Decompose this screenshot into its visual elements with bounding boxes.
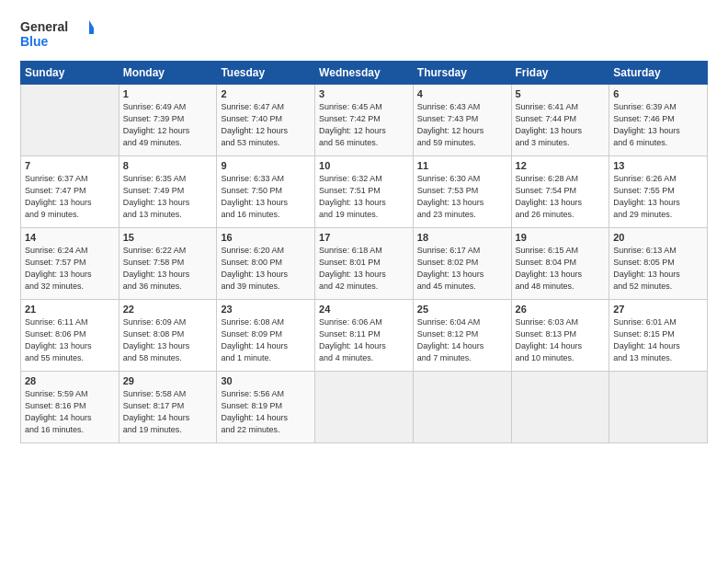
cell-5-1: 28Sunrise: 5:59 AM Sunset: 8:16 PM Dayli… bbox=[21, 372, 119, 443]
day-number: 19 bbox=[516, 232, 606, 243]
cell-text: Sunrise: 6:20 AM Sunset: 8:00 PM Dayligh… bbox=[221, 245, 311, 293]
day-number: 26 bbox=[516, 304, 606, 315]
cell-4-1: 21Sunrise: 6:11 AM Sunset: 8:06 PM Dayli… bbox=[21, 300, 119, 372]
cell-1-1 bbox=[21, 85, 119, 156]
cell-2-5: 11Sunrise: 6:30 AM Sunset: 7:53 PM Dayli… bbox=[413, 156, 511, 228]
week-row-3: 14Sunrise: 6:24 AM Sunset: 7:57 PM Dayli… bbox=[21, 228, 708, 300]
cell-text: Sunrise: 6:24 AM Sunset: 7:57 PM Dayligh… bbox=[25, 245, 115, 293]
cell-2-3: 9Sunrise: 6:33 AM Sunset: 7:50 PM Daylig… bbox=[217, 156, 315, 228]
cell-text: Sunrise: 6:04 AM Sunset: 8:12 PM Dayligh… bbox=[417, 316, 507, 364]
day-number: 9 bbox=[221, 160, 311, 171]
cell-text: Sunrise: 6:01 AM Sunset: 8:15 PM Dayligh… bbox=[613, 316, 703, 364]
cell-3-1: 14Sunrise: 6:24 AM Sunset: 7:57 PM Dayli… bbox=[21, 228, 119, 300]
cell-text: Sunrise: 6:41 AM Sunset: 7:44 PM Dayligh… bbox=[516, 101, 606, 149]
col-header-sunday: Sunday bbox=[21, 62, 119, 85]
week-row-2: 7Sunrise: 6:37 AM Sunset: 7:47 PM Daylig… bbox=[21, 156, 708, 228]
cell-text: Sunrise: 6:49 AM Sunset: 7:39 PM Dayligh… bbox=[123, 101, 213, 149]
day-number: 21 bbox=[25, 304, 115, 315]
calendar-table: SundayMondayTuesdayWednesdayThursdayFrid… bbox=[20, 61, 708, 443]
cell-4-4: 24Sunrise: 6:06 AM Sunset: 8:11 PM Dayli… bbox=[315, 300, 414, 372]
cell-3-2: 15Sunrise: 6:22 AM Sunset: 7:58 PM Dayli… bbox=[119, 228, 217, 300]
day-number: 10 bbox=[319, 160, 409, 171]
cell-text: Sunrise: 6:30 AM Sunset: 7:53 PM Dayligh… bbox=[417, 173, 507, 221]
svg-text:Blue: Blue bbox=[20, 34, 49, 49]
day-number: 17 bbox=[319, 232, 409, 243]
header: General Blue bbox=[20, 17, 708, 52]
cell-text: Sunrise: 5:59 AM Sunset: 8:16 PM Dayligh… bbox=[25, 388, 115, 436]
day-number: 18 bbox=[417, 232, 507, 243]
col-header-saturday: Saturday bbox=[609, 62, 708, 85]
logo-icon: General Blue bbox=[20, 17, 94, 52]
day-number: 4 bbox=[417, 88, 507, 99]
day-number: 3 bbox=[319, 88, 409, 99]
cell-1-5: 4Sunrise: 6:43 AM Sunset: 7:43 PM Daylig… bbox=[413, 85, 511, 156]
cell-2-2: 8Sunrise: 6:35 AM Sunset: 7:49 PM Daylig… bbox=[119, 156, 217, 228]
cell-3-5: 18Sunrise: 6:17 AM Sunset: 8:02 PM Dayli… bbox=[413, 228, 511, 300]
cell-text: Sunrise: 6:37 AM Sunset: 7:47 PM Dayligh… bbox=[25, 173, 115, 221]
svg-text:General: General bbox=[20, 19, 68, 34]
col-header-tuesday: Tuesday bbox=[217, 62, 315, 85]
cell-text: Sunrise: 5:56 AM Sunset: 8:19 PM Dayligh… bbox=[221, 388, 311, 436]
cell-1-4: 3Sunrise: 6:45 AM Sunset: 7:42 PM Daylig… bbox=[315, 85, 414, 156]
cell-5-3: 30Sunrise: 5:56 AM Sunset: 8:19 PM Dayli… bbox=[217, 372, 315, 443]
cell-text: Sunrise: 6:03 AM Sunset: 8:13 PM Dayligh… bbox=[516, 316, 606, 364]
cell-5-5 bbox=[413, 372, 511, 443]
cell-5-6 bbox=[511, 372, 609, 443]
cell-text: Sunrise: 6:22 AM Sunset: 7:58 PM Dayligh… bbox=[123, 245, 213, 293]
week-row-4: 21Sunrise: 6:11 AM Sunset: 8:06 PM Dayli… bbox=[21, 300, 708, 372]
cell-4-3: 23Sunrise: 6:08 AM Sunset: 8:09 PM Dayli… bbox=[217, 300, 315, 372]
col-header-wednesday: Wednesday bbox=[315, 62, 414, 85]
page: General Blue SundayMondayTuesdayWednesda… bbox=[0, 0, 728, 563]
cell-1-6: 5Sunrise: 6:41 AM Sunset: 7:44 PM Daylig… bbox=[511, 85, 609, 156]
day-number: 24 bbox=[319, 304, 409, 315]
cell-4-7: 27Sunrise: 6:01 AM Sunset: 8:15 PM Dayli… bbox=[609, 300, 708, 372]
cell-text: Sunrise: 6:47 AM Sunset: 7:40 PM Dayligh… bbox=[221, 101, 311, 149]
cell-2-7: 13Sunrise: 6:26 AM Sunset: 7:55 PM Dayli… bbox=[609, 156, 708, 228]
cell-text: Sunrise: 6:28 AM Sunset: 7:54 PM Dayligh… bbox=[516, 173, 606, 221]
header-row: SundayMondayTuesdayWednesdayThursdayFrid… bbox=[21, 62, 708, 85]
cell-2-4: 10Sunrise: 6:32 AM Sunset: 7:51 PM Dayli… bbox=[315, 156, 414, 228]
col-header-friday: Friday bbox=[511, 62, 609, 85]
week-row-5: 28Sunrise: 5:59 AM Sunset: 8:16 PM Dayli… bbox=[21, 372, 708, 443]
day-number: 5 bbox=[516, 88, 606, 99]
day-number: 22 bbox=[123, 304, 213, 315]
day-number: 16 bbox=[221, 232, 311, 243]
cell-text: Sunrise: 6:18 AM Sunset: 8:01 PM Dayligh… bbox=[319, 245, 409, 293]
day-number: 23 bbox=[221, 304, 311, 315]
day-number: 27 bbox=[613, 304, 703, 315]
day-number: 25 bbox=[417, 304, 507, 315]
day-number: 7 bbox=[25, 160, 115, 171]
day-number: 11 bbox=[417, 160, 507, 171]
cell-3-7: 20Sunrise: 6:13 AM Sunset: 8:05 PM Dayli… bbox=[609, 228, 708, 300]
day-number: 14 bbox=[25, 232, 115, 243]
cell-1-3: 2Sunrise: 6:47 AM Sunset: 7:40 PM Daylig… bbox=[217, 85, 315, 156]
week-row-1: 1Sunrise: 6:49 AM Sunset: 7:39 PM Daylig… bbox=[21, 85, 708, 156]
cell-text: Sunrise: 6:15 AM Sunset: 8:04 PM Dayligh… bbox=[516, 245, 606, 293]
cell-5-2: 29Sunrise: 5:58 AM Sunset: 8:17 PM Dayli… bbox=[119, 372, 217, 443]
col-header-monday: Monday bbox=[119, 62, 217, 85]
cell-text: Sunrise: 6:13 AM Sunset: 8:05 PM Dayligh… bbox=[613, 245, 703, 293]
cell-text: Sunrise: 6:45 AM Sunset: 7:42 PM Dayligh… bbox=[319, 101, 409, 149]
cell-text: Sunrise: 6:35 AM Sunset: 7:49 PM Dayligh… bbox=[123, 173, 213, 221]
cell-1-2: 1Sunrise: 6:49 AM Sunset: 7:39 PM Daylig… bbox=[119, 85, 217, 156]
cell-5-4 bbox=[315, 372, 414, 443]
col-header-thursday: Thursday bbox=[413, 62, 511, 85]
day-number: 8 bbox=[123, 160, 213, 171]
cell-text: Sunrise: 6:08 AM Sunset: 8:09 PM Dayligh… bbox=[221, 316, 311, 364]
svg-marker-2 bbox=[89, 20, 94, 34]
day-number: 1 bbox=[123, 88, 213, 99]
cell-4-5: 25Sunrise: 6:04 AM Sunset: 8:12 PM Dayli… bbox=[413, 300, 511, 372]
cell-1-7: 6Sunrise: 6:39 AM Sunset: 7:46 PM Daylig… bbox=[609, 85, 708, 156]
cell-text: Sunrise: 6:32 AM Sunset: 7:51 PM Dayligh… bbox=[319, 173, 409, 221]
day-number: 6 bbox=[613, 88, 703, 99]
cell-3-3: 16Sunrise: 6:20 AM Sunset: 8:00 PM Dayli… bbox=[217, 228, 315, 300]
logo: General Blue bbox=[20, 17, 94, 52]
cell-3-6: 19Sunrise: 6:15 AM Sunset: 8:04 PM Dayli… bbox=[511, 228, 609, 300]
cell-text: Sunrise: 6:26 AM Sunset: 7:55 PM Dayligh… bbox=[613, 173, 703, 221]
day-number: 28 bbox=[25, 375, 115, 386]
day-number: 29 bbox=[123, 375, 213, 386]
day-number: 15 bbox=[123, 232, 213, 243]
day-number: 13 bbox=[613, 160, 703, 171]
day-number: 30 bbox=[221, 375, 311, 386]
cell-text: Sunrise: 6:11 AM Sunset: 8:06 PM Dayligh… bbox=[25, 316, 115, 364]
